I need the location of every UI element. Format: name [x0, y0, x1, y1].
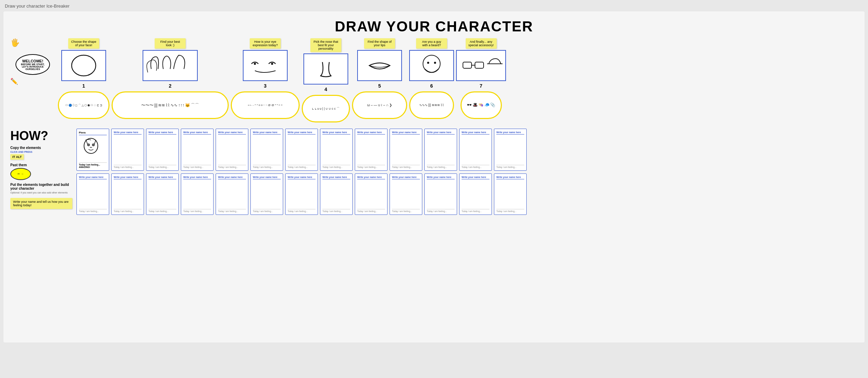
face-option: 🔵: [69, 104, 72, 107]
character-card[interactable]: Write your name here Today I am feeling.…: [285, 173, 318, 215]
lip-option: ≀: [381, 102, 382, 108]
character-card[interactable]: Write your name here Today I am feeling.…: [285, 129, 318, 171]
svg-point-0: [72, 55, 96, 76]
character-card[interactable]: Write your name here Today I am feeling.…: [355, 129, 388, 171]
card-feeling: Today I am feeling...: [427, 165, 455, 168]
card-feeling: Today I am feeling...: [114, 165, 142, 168]
character-card[interactable]: Write your name here Today I am feeling.…: [216, 129, 248, 171]
character-card[interactable]: Write your name here Today I am feeling.…: [181, 129, 214, 171]
step-3: How is your eye expression today? 3 • • …: [231, 38, 300, 119]
nose-option: ᴜ ᴜ: [317, 106, 322, 111]
build-label: Put the elements together and build your…: [10, 183, 72, 190]
step-5-icons: ω ⌣ — ∪ ≀ ⌢ ∩ ❯: [367, 102, 392, 108]
steps-row: Choose the shape of your face! 1 ⬭ 🔵 ⬯ ◻…: [58, 38, 506, 122]
character-card[interactable]: Write your name here Today I am feeling.…: [250, 129, 283, 171]
character-card[interactable]: Write your name here Today I am feeling.…: [494, 129, 527, 171]
step-6-icons: ∿∿∿ ||| ≋≋≋ ⌇⌇: [419, 102, 444, 108]
face-option: ♢: [94, 104, 96, 107]
lip-option: ⌢: [383, 102, 385, 108]
face-option: ⬯: [73, 103, 74, 107]
character-card[interactable]: Write your name here Today I am feeling.…: [390, 173, 422, 215]
step-2-sticky: Find your best look :): [155, 38, 186, 49]
accessory-option: 🕶️: [467, 101, 472, 109]
accessory-option: 🧢: [484, 101, 489, 109]
character-card[interactable]: Write your name here Today I am feeling.…: [146, 129, 179, 171]
svg-rect-7: [475, 62, 484, 68]
step-2-icons: 〜〜〜 ||| ≋≋ ⌇⌇ ∿∿ ↑↑↑ 🐱 ⌒⌒: [141, 102, 199, 108]
character-card[interactable]: Write your name here Today I am feeling.…: [216, 173, 248, 215]
character-card[interactable]: Write your name here Today I am feeling.…: [320, 173, 353, 215]
card-feeling: Today I am feeling...: [322, 209, 350, 212]
write-name-instruction: Write your name and tell us how you are …: [10, 198, 72, 209]
step-5: Find the shape of your lips 5 ω ⌣ — ∪: [352, 38, 407, 119]
character-card[interactable]: Write your name here Today I am feeling.…: [111, 173, 144, 215]
how-instructions: Copy the elements CLICK AND PRESS IT ALT…: [10, 146, 72, 210]
card-drawing-area: [496, 181, 524, 208]
face-option: ⊏: [97, 104, 99, 107]
hair-option: ≋≋: [158, 103, 165, 108]
how-title: HOW?: [10, 129, 72, 143]
card-feeling: Today I am feeling...: [218, 209, 246, 212]
main-title: DRAW YOUR CHARACTER: [10, 18, 858, 35]
lip-option: ❯: [389, 102, 392, 108]
character-card[interactable]: Write your name here Today I am feeling.…: [320, 129, 353, 171]
card-drawing-area: [392, 181, 420, 208]
step-1-options: ⬭ 🔵 ⬯ ◻ ⌒ △ ⬡ ⬟ ⬭ ♢ ⊏ ⊐: [58, 91, 110, 119]
step-3-box: [243, 50, 288, 81]
face-option: ◻: [75, 104, 78, 107]
card-name: Write your name here: [462, 176, 489, 179]
face-option: ⌒: [78, 103, 81, 107]
card-name: Write your name here: [427, 131, 455, 135]
nose-option: ⌒: [337, 106, 340, 111]
character-card[interactable]: Write your name here Today I am feeling.…: [181, 173, 214, 215]
character-card[interactable]: Write your name here Today I am feeling.…: [390, 129, 422, 171]
card-feeling: Today I am feeling...: [253, 165, 281, 168]
lip-option: ⌣: [371, 102, 373, 108]
beard-option: |||: [428, 102, 431, 108]
card-name: Write your name here: [218, 131, 246, 135]
character-card[interactable]: Piera Today I am feeling...AMAZING!: [76, 129, 109, 171]
lip-option: —: [374, 102, 377, 108]
step-5-sticky: Find the shape of your lips: [364, 38, 395, 49]
card-name: Write your name here: [392, 131, 420, 135]
character-card[interactable]: Write your name here Today I am feeling.…: [111, 129, 144, 171]
nose-option: | |: [322, 106, 324, 111]
card-feeling: Today I am feeling...: [357, 209, 385, 212]
character-card[interactable]: Write your name here Today I am feeling.…: [424, 173, 457, 215]
paste-visual: ✂ →: [10, 168, 31, 180]
character-card[interactable]: Write your name here Today I am feeling.…: [76, 173, 109, 215]
card-drawing-area: [114, 181, 142, 208]
accessory-option: 🎩: [473, 101, 478, 109]
character-card[interactable]: Write your name here Today I am feeling.…: [459, 173, 492, 215]
card-drawing-area: [183, 136, 211, 163]
card-feeling: Today I am feeling...: [462, 165, 489, 168]
step-7-icons: 🕶️ 🎩 👒 🧢 📎: [467, 101, 495, 109]
card-feeling: Today I am feeling...: [288, 209, 316, 212]
card-name: Write your name here: [288, 131, 316, 135]
card-name: Piera: [79, 131, 107, 135]
step-5-box: [357, 50, 402, 81]
card-feeling: Today I am feeling...: [79, 209, 107, 212]
hair-option: ⌇⌇: [166, 103, 170, 108]
card-feeling: Today I am feeling...: [427, 209, 455, 212]
character-card[interactable]: Write your name here Today I am feeling.…: [250, 173, 283, 215]
card-name: Write your name here: [427, 176, 455, 179]
character-card[interactable]: Write your name here Today I am feeling.…: [146, 173, 179, 215]
how-step3: Put the elements together and build your…: [10, 183, 72, 194]
card-drawing-area: [427, 181, 455, 208]
bottom-section: HOW? Copy the elements CLICK AND PRESS I…: [10, 129, 858, 218]
svg-point-1: [254, 63, 256, 65]
eye-option: ^ ^: [255, 103, 258, 107]
step-4-number: 4: [324, 87, 327, 92]
welcome-subtitle: BEFORE WE START, LET'S INTRODUCE OURSELV…: [19, 63, 46, 70]
character-card[interactable]: Write your name here Today I am feeling.…: [355, 173, 388, 215]
accessory-option: 👒: [478, 101, 484, 109]
card-drawing-area: [218, 181, 246, 208]
beard-option: ≋≋≋: [432, 102, 440, 108]
card-name: Write your name here: [496, 176, 524, 179]
character-card[interactable]: Write your name here Today I am feeling.…: [494, 173, 527, 215]
eye-option: = =: [279, 103, 283, 107]
card-feeling: Today I am feeling...: [148, 209, 176, 212]
character-card[interactable]: Write your name here Today I am feeling.…: [459, 129, 492, 171]
character-card[interactable]: Write your name here Today I am feeling.…: [424, 129, 457, 171]
